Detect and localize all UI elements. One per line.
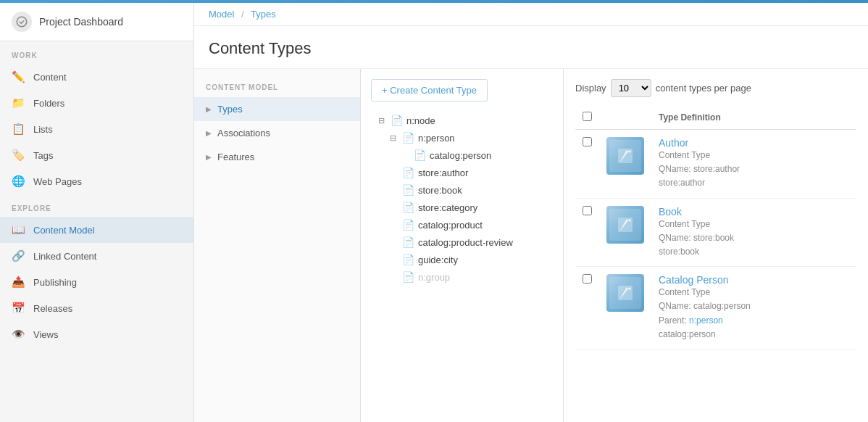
globe-icon: 🌐: [12, 175, 26, 188]
tree-item-n-group[interactable]: ▶ 📄 n:group: [361, 268, 563, 286]
calendar-icon: 📅: [12, 302, 26, 315]
content-model-panel: CONTENT MODEL ▶ Types ▶ Associations ▶ F…: [194, 69, 361, 422]
file-icon-guide-city: 📄: [402, 254, 414, 265]
author-icon-cell: [599, 130, 651, 199]
sidebar-item-content[interactable]: ✏️ Content: [0, 64, 193, 90]
tree-item-n-person[interactable]: ⊟ 📄 n:person: [361, 129, 563, 146]
svg-point-0: [17, 17, 27, 27]
collapse-icon[interactable]: ⊟: [375, 115, 387, 126]
display-select[interactable]: 10 25 50 100: [611, 79, 651, 97]
display-control: Display 10 25 50 100 content types per p…: [575, 79, 856, 97]
chevron-right-icon-3: ▶: [206, 153, 212, 161]
col-type-def: Type Definition: [651, 106, 856, 130]
select-all-checkbox[interactable]: [583, 112, 592, 121]
table-row: Book Content Type QName: store:book stor…: [575, 198, 856, 267]
row-checkbox-book: [575, 198, 599, 267]
page-body: CONTENT MODEL ▶ Types ▶ Associations ▶ F…: [194, 69, 868, 422]
tree-item-store-author[interactable]: ▶ 📄 store:author: [361, 164, 563, 181]
col-checkbox: [575, 106, 599, 130]
checkbox-book[interactable]: [583, 206, 592, 215]
sidebar-item-linked-content[interactable]: 🔗 Linked Content: [0, 243, 193, 269]
tree-item-store-book[interactable]: ▶ 📄 store:book: [361, 181, 563, 199]
book-details: Book Content Type QName: store:book stor…: [651, 198, 856, 267]
catalog-person-name[interactable]: Catalog Person: [659, 274, 849, 286]
file-icon-store-book: 📄: [402, 184, 414, 196]
breadcrumb-separator: /: [241, 9, 244, 20]
tree-panel: + Create Content Type ⊟ 📄 n:node ⊟ 📄 n:p…: [361, 69, 564, 422]
file-icon-catalog-product-review: 📄: [402, 236, 414, 248]
link-icon: 🔗: [12, 249, 26, 262]
sidebar-item-releases[interactable]: 📅 Releases: [0, 295, 193, 321]
breadcrumb-types: Types: [251, 9, 276, 20]
sidebar-item-web-pages[interactable]: 🌐 Web Pages: [0, 168, 193, 194]
display-suffix: content types per page: [656, 83, 751, 94]
folder-icon: 📁: [12, 96, 26, 109]
sidebar-item-publishing[interactable]: 📤 Publishing: [0, 269, 193, 295]
file-icon-store-category: 📄: [402, 202, 414, 213]
tree-item-catalog-product-review[interactable]: ▶ 📄 catalog:product-review: [361, 233, 563, 251]
app-container: Project Dashboard WORK ✏️ Content 📁 Fold…: [0, 3, 868, 422]
page-title: Content Types: [194, 26, 868, 69]
display-label: Display: [575, 83, 606, 94]
project-icon: [12, 12, 32, 32]
chevron-right-icon-2: ▶: [206, 129, 212, 137]
type-table: Type Definition: [575, 106, 856, 349]
breadcrumb: Model / Types: [194, 3, 868, 26]
project-title: Project Dashboard: [39, 16, 123, 28]
breadcrumb-model[interactable]: Model: [209, 9, 234, 20]
book-icon-cell: [599, 198, 651, 267]
tree-item-catalog-product[interactable]: ▶ 📄 catalog:product: [361, 216, 563, 233]
list-panel: Display 10 25 50 100 content types per p…: [564, 69, 868, 422]
sidebar-item-folders[interactable]: 📁 Folders: [0, 90, 193, 116]
content-model-label: CONTENT MODEL: [194, 76, 360, 97]
sidebar-header: Project Dashboard: [0, 3, 193, 41]
explore-section-label: EXPLORE: [0, 194, 193, 217]
sidebar: Project Dashboard WORK ✏️ Content 📁 Fold…: [0, 3, 194, 422]
row-checkbox-catalog-person: [575, 267, 599, 349]
file-icon-catalog-product: 📄: [402, 219, 414, 231]
checkbox-author[interactable]: [583, 137, 592, 146]
table-row: Catalog Person Content Type QName: catal…: [575, 267, 856, 349]
tree-item-catalog-person[interactable]: ▶ 📄 catalog:person: [361, 146, 563, 164]
svg-rect-1: [618, 149, 633, 163]
work-section-label: WORK: [0, 41, 193, 64]
tree-item-guide-city[interactable]: ▶ 📄 guide:city: [361, 251, 563, 268]
list-icon: 📋: [12, 123, 26, 136]
tree-item-n-node[interactable]: ⊟ 📄 n:node: [361, 112, 563, 129]
file-icon-n-group: 📄: [402, 271, 414, 283]
catalog-person-subtype: Content Type QName: catalog:person Paren…: [659, 286, 849, 342]
checkbox-catalog-person[interactable]: [583, 274, 592, 284]
collapse-icon-person[interactable]: ⊟: [387, 132, 398, 144]
book-icon: 📖: [12, 223, 26, 236]
book-subtype: Content Type QName: store:book store:boo…: [659, 218, 849, 260]
catalog-person-icon-cell: [599, 267, 651, 349]
book-name[interactable]: Book: [659, 206, 849, 218]
sidebar-item-views[interactable]: 👁️ Views: [0, 321, 193, 347]
sidebar-item-tags[interactable]: 🏷️ Tags: [0, 142, 193, 168]
eye-icon: 👁️: [12, 328, 26, 341]
chevron-right-icon: ▶: [206, 105, 212, 113]
create-content-type-button[interactable]: + Create Content Type: [371, 79, 488, 102]
pencil-icon: ✏️: [12, 70, 26, 83]
tag-icon: 🏷️: [12, 149, 26, 162]
table-row: Author Content Type QName: store:author …: [575, 130, 856, 199]
catalog-person-details: Catalog Person Content Type QName: catal…: [651, 267, 856, 349]
file-icon-store-author: 📄: [402, 167, 414, 178]
nav-associations[interactable]: ▶ Associations: [194, 121, 360, 145]
svg-rect-3: [618, 286, 633, 300]
book-icon: [606, 206, 644, 244]
folder-icon-n-node: 📄: [391, 115, 403, 126]
col-icon: [599, 106, 651, 130]
nav-types[interactable]: ▶ Types: [194, 97, 360, 121]
nav-features[interactable]: ▶ Features: [194, 145, 360, 169]
sidebar-item-lists[interactable]: 📋 Lists: [0, 116, 193, 142]
main-content: Model / Types Content Types CONTENT MODE…: [194, 3, 868, 422]
parent-link[interactable]: n:person: [689, 315, 723, 326]
svg-rect-2: [618, 218, 633, 232]
author-subtype: Content Type QName: store:author store:a…: [659, 149, 849, 191]
sidebar-item-content-model[interactable]: 📖 Content Model: [0, 217, 193, 243]
send-icon: 📤: [12, 276, 26, 289]
tree-item-store-category[interactable]: ▶ 📄 store:category: [361, 199, 563, 216]
file-icon-catalog-person: 📄: [414, 149, 426, 161]
author-name[interactable]: Author: [659, 137, 849, 149]
